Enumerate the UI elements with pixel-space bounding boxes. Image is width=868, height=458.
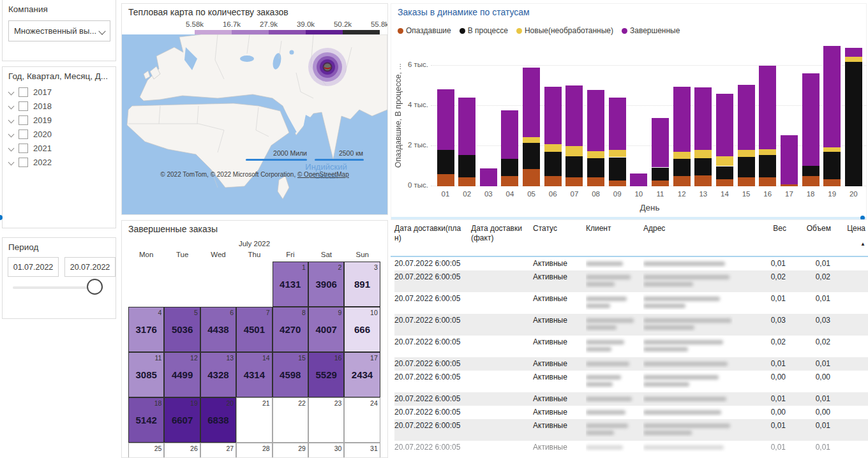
chevron-down-icon[interactable] (8, 159, 15, 165)
bar-day-12[interactable] (673, 42, 691, 186)
calendar-day-17[interactable]: 243417 (344, 352, 380, 397)
bar-day-19[interactable] (823, 42, 841, 186)
calendar-day-23[interactable]: 23 (308, 397, 344, 443)
bar-day-04[interactable] (501, 42, 518, 186)
tree-item-year[interactable]: 2022 (6, 155, 113, 169)
calendar-day-19[interactable]: 660719 (164, 397, 200, 443)
column-header-3[interactable]: Статус (533, 224, 586, 256)
table-row[interactable]: 20.07.2022 6:00:05Активные0,020,02 (394, 270, 868, 292)
table-row[interactable]: 20.07.2022 6:00:05Активные0,010,01 (394, 419, 868, 441)
bar-day-18[interactable] (802, 42, 819, 186)
table-row[interactable]: 20.07.2022 6:00:05Активные0,020,02 (394, 336, 868, 357)
chevron-down-icon[interactable] (8, 145, 15, 151)
calendar-day-11[interactable]: 308511 (128, 352, 164, 397)
column-header-1[interactable]: Дата доставки(план) (394, 224, 471, 256)
calendar-day-21[interactable]: 21 (236, 397, 272, 443)
calendar-day-2[interactable]: 39062 (308, 262, 344, 307)
year-checkbox[interactable] (19, 115, 28, 125)
table-row[interactable]: 20.07.2022 6:00:05Активные0,030,03 (394, 314, 868, 336)
calendar-day-9[interactable]: 40079 (308, 307, 344, 352)
calendar-day-20[interactable]: 683820 (200, 397, 236, 443)
bar-day-17[interactable] (781, 42, 798, 186)
bar-day-13[interactable] (694, 42, 712, 186)
table-row[interactable]: 20.07.2022 6:00:05Активные0,010,01 (394, 441, 868, 446)
table-row[interactable]: 20.07.2022 6:00:05Активные0,010,01 (394, 392, 868, 406)
chevron-down-icon[interactable] (8, 131, 15, 137)
year-checkbox[interactable] (19, 129, 28, 139)
year-checkbox[interactable] (19, 101, 28, 111)
table-row[interactable]: 20.07.2022 6:00:05Активные0,010,01 (394, 292, 868, 314)
calendar-day-30[interactable]: 30 (308, 443, 344, 458)
column-header-8[interactable]: Цена▲ (832, 224, 867, 256)
company-dropdown[interactable]: Множественный вы... (8, 20, 110, 41)
legend-item[interactable]: Завершенные (622, 26, 680, 35)
calendar-day-16[interactable]: 552916 (308, 352, 344, 397)
calendar-day-5[interactable]: 50365 (164, 307, 200, 352)
bar-day-10[interactable] (630, 42, 647, 186)
chart-scroll-dot[interactable] (860, 216, 865, 220)
world-map[interactable] (122, 34, 387, 215)
tree-item-year[interactable]: 2019 (6, 113, 113, 127)
calendar-day-12[interactable]: 449912 (164, 352, 200, 397)
calendar-day-22[interactable]: 22 (273, 397, 308, 443)
bar-day-15[interactable] (738, 42, 755, 186)
calendar-day-26[interactable]: 26 (164, 443, 200, 458)
calendar-day-14[interactable]: 431414 (236, 352, 272, 397)
column-header-5[interactable]: Адрес (643, 224, 733, 256)
chevron-down-icon[interactable] (8, 117, 15, 123)
calendar-day-24[interactable]: 24 (344, 397, 380, 443)
bar-day-16[interactable] (759, 42, 776, 186)
calendar-day-7[interactable]: 45017 (236, 307, 272, 352)
table-row[interactable]: 20.07.2022 6:00:05Активные0,010,01 (394, 357, 868, 371)
bar-day-07[interactable] (565, 42, 583, 186)
calendar-day-27[interactable]: 27 (200, 443, 236, 458)
bar-day-06[interactable] (544, 42, 562, 186)
year-checkbox[interactable] (19, 144, 28, 153)
bar-day-03[interactable] (480, 42, 497, 186)
legend-item[interactable]: В процессе (460, 26, 508, 35)
column-header-2[interactable]: Дата доставки(факт) (471, 224, 533, 256)
tree-item-year[interactable]: 2020 (6, 127, 113, 141)
period-start-input[interactable]: 01.07.2022 (8, 257, 59, 277)
calendar-day-15[interactable]: 459815 (273, 352, 308, 397)
chart-scrollbar[interactable] (391, 217, 866, 219)
calendar-day-6[interactable]: 44386 (200, 307, 236, 352)
bar-day-09[interactable] (609, 42, 626, 186)
calendar-day-4[interactable]: 31764 (128, 307, 164, 352)
calendar-day-1[interactable]: 41311 (273, 262, 308, 307)
calendar-day-13[interactable]: 432813 (200, 352, 236, 397)
period-slider-handle[interactable] (87, 279, 103, 295)
table-row[interactable]: 20.07.2022 6:00:05Активные0,000,00 (394, 371, 868, 392)
calendar-day-18[interactable]: 514218 (128, 397, 164, 443)
table-row[interactable]: 20.07.2022 6:00:05Активные0,010,01 (394, 257, 868, 270)
period-end-input[interactable]: 20.07.2022 (64, 257, 116, 277)
tree-item-year[interactable]: 2021 (6, 141, 113, 155)
bar-day-05[interactable] (523, 42, 540, 186)
bar-day-01[interactable] (437, 42, 454, 186)
calendar-day-10[interactable]: 66610 (344, 307, 380, 352)
chevron-down-icon[interactable] (8, 103, 15, 109)
calendar-day-29[interactable]: 29 (273, 443, 308, 458)
bar-day-08[interactable] (587, 42, 604, 186)
bar-day-20[interactable] (845, 42, 862, 186)
year-checkbox[interactable] (19, 87, 28, 97)
column-header-4[interactable]: Клиент (586, 224, 643, 256)
tree-item-year[interactable]: 2018 (6, 99, 113, 113)
legend-item[interactable]: Опаздавшие (398, 26, 451, 35)
chevron-down-icon[interactable] (8, 89, 15, 95)
legend-item[interactable]: Новые(необработанные) (516, 26, 613, 35)
column-header-7[interactable]: Объем (788, 224, 832, 256)
calendar-day-3[interactable]: 8913 (344, 262, 380, 307)
bar-day-02[interactable] (458, 42, 475, 186)
openstreetmap-link[interactable]: © OpenStreetMap (297, 171, 349, 178)
calendar-day-28[interactable]: 28 (236, 443, 272, 458)
calendar-day-25[interactable]: 25 (128, 443, 164, 458)
bar-day-11[interactable] (652, 42, 669, 186)
column-header-6[interactable]: Вес (733, 224, 788, 256)
bar-day-14[interactable] (716, 42, 733, 186)
calendar-day-8[interactable]: 42708 (273, 307, 308, 352)
year-checkbox[interactable] (19, 158, 28, 167)
tree-item-year[interactable]: 2017 (6, 85, 113, 99)
table-row[interactable]: 20.07.2022 6:00:05Активные0,000,00 (394, 406, 868, 419)
calendar-day-31[interactable]: 31 (344, 443, 380, 458)
